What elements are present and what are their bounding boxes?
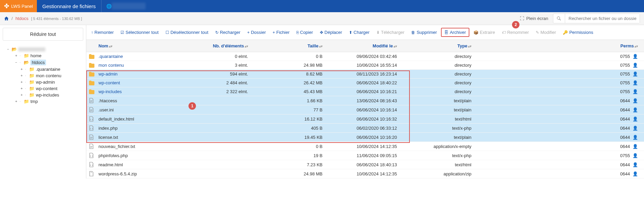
table-row[interactable]: default_index.html16.12 KB06/06/2024 10:… (86, 114, 644, 124)
cell-perms: 0644 👤 (471, 135, 641, 140)
file-name: license.txt (98, 135, 118, 140)
table-row[interactable]: readme.html7.23 KB06/06/2024 18:40:13tex… (86, 160, 644, 169)
user-icon: 👤 (632, 162, 638, 167)
archive-button[interactable]: 🗄Archiver (441, 28, 469, 37)
search-icon[interactable] (553, 14, 565, 23)
rename-button[interactable]: 🏷Renommer (499, 28, 532, 37)
sort-icon: ▴▾ (319, 44, 323, 48)
upload-button[interactable]: ⬆Charger (346, 28, 372, 37)
tree-node-home[interactable]: + · 📁 home (6, 52, 83, 59)
up-button[interactable]: ↑Remonter (88, 28, 116, 37)
key-icon: 🔑 (563, 30, 568, 35)
column-type[interactable]: Type▴▾ (397, 43, 471, 48)
language-switcher[interactable]: 🌐 (101, 0, 150, 12)
file-icon (89, 153, 95, 158)
header-title: Gestionnaire de fichiers (37, 3, 101, 9)
table-row[interactable]: mon contenu3 elmt.24.98 MB10/06/2024 16:… (86, 61, 644, 70)
tree-node-wp-includes[interactable]: + · 📁 wp-includes (6, 92, 83, 98)
delete-button[interactable]: 🗑Supprimer (408, 28, 440, 37)
cell-type: directory (397, 89, 471, 94)
column-elements[interactable]: Nb. d'éléments▴▾ (177, 43, 248, 48)
expand-icon[interactable]: + (20, 93, 24, 97)
select-all-button[interactable]: ☑Sélectionner tout (118, 28, 161, 37)
table-row[interactable]: license.txt19.45 KB06/06/2024 10:16:20te… (86, 133, 644, 142)
extract-button[interactable]: 📦Extraire (471, 28, 498, 37)
new-folder-button[interactable]: +Dossier (244, 28, 268, 37)
move-button[interactable]: ✥Déplacer (317, 28, 345, 37)
column-perms[interactable]: Perms▴▾ (471, 43, 641, 48)
collapse-all-button[interactable]: Réduire tout (3, 28, 83, 41)
reload-button[interactable]: ↻Recharger (213, 28, 243, 37)
trash-icon: 🗑 (411, 30, 415, 35)
sort-icon: ▴▾ (109, 44, 112, 48)
user-icon: 👤 (632, 171, 638, 176)
tree-root[interactable]: − 📂 (6, 46, 83, 52)
arrow-up-icon: ↑ (91, 30, 93, 35)
cell-modified: 13/06/2024 08:16:43 (323, 98, 397, 103)
cell-perms: 0755 👤 (471, 71, 641, 77)
home-icon[interactable] (4, 16, 9, 21)
column-name[interactable]: Nom▴▾ (89, 43, 177, 48)
file-name: mon contenu (98, 63, 124, 68)
column-size[interactable]: Taille▴▾ (248, 43, 323, 48)
expand-icon[interactable]: + (20, 74, 24, 78)
tree-node-htdocs[interactable]: − · 📂 htdocs (6, 59, 83, 66)
expand-icon[interactable]: + (14, 100, 18, 103)
table-row[interactable]: wp-admin594 elmt.8.62 MB08/11/2023 16:23… (86, 70, 644, 79)
cell-elements: 0 elmt. (177, 54, 248, 59)
cell-size: 45.43 MB (248, 89, 323, 94)
cell-type: text/plain (397, 107, 471, 112)
table-row[interactable]: .quarantaine0 elmt.0 B09/06/2024 03:42:4… (86, 52, 644, 61)
file-icon (89, 116, 95, 122)
cell-size: 8.62 MB (248, 71, 323, 77)
file-icon (89, 162, 95, 167)
sidebar: Réduire tout − 📂 + · 📁 home − · 📂 htdocs… (0, 25, 86, 178)
cell-modified: 10/06/2024 14:12:35 (323, 171, 397, 176)
user-icon: 👤 (632, 89, 638, 94)
download-button[interactable]: ⬇Télécharger (374, 28, 407, 37)
table-row[interactable]: phpinfolws.php19 B11/06/2024 09:05:15tex… (86, 151, 644, 160)
tree-node-wp-content[interactable]: + · 📁 wp-content (6, 85, 83, 92)
table-row[interactable]: .htaccess1.66 KB13/06/2024 08:16:43text/… (86, 96, 644, 105)
expand-icon[interactable]: + (14, 54, 18, 58)
table-row[interactable]: .user.ini77 B06/06/2024 10:16:14text/pla… (86, 105, 644, 114)
edit-button[interactable]: ✎Modifier (533, 28, 559, 37)
table-row[interactable]: wp-content2 484 elmt.26.42 MB06/06/2024 … (86, 79, 644, 87)
cell-modified: 06/02/2020 06:33:12 (323, 126, 397, 131)
copy-button[interactable]: ⎘Copier (294, 28, 316, 37)
deselect-all-button[interactable]: ☐Désélectionner tout (163, 28, 211, 37)
cell-type: text/plain (397, 98, 471, 103)
permissions-button[interactable]: 🔑Permissions (560, 28, 596, 37)
table-row[interactable]: nouveau_fichier.txt0 B10/06/2024 14:12:3… (86, 142, 644, 151)
collapse-icon[interactable]: − (6, 47, 10, 51)
tree-node-wp-admin[interactable]: + · 📁 wp-admin (6, 79, 83, 85)
cell-type: application/zip (397, 171, 471, 176)
expand-icon[interactable]: + (20, 67, 24, 71)
tree-node-tmp[interactable]: + · 📁 tmp (6, 98, 83, 105)
logo[interactable]: ✤ LWS Panel (0, 0, 37, 12)
collapse-icon[interactable]: − (14, 61, 18, 64)
table-row[interactable]: index.php405 B06/02/2020 06:33:12text/x-… (86, 124, 644, 133)
archive-icon: 🗄 (444, 30, 448, 35)
user-icon: 👤 (632, 116, 638, 122)
globe-icon: 🌐 (106, 4, 112, 9)
breadcrumb-current[interactable]: htdocs (16, 16, 28, 21)
search-input[interactable] (565, 14, 640, 23)
file-name: phpinfolws.php (98, 153, 128, 158)
cell-perms: 0755 👤 (471, 80, 641, 85)
new-file-button[interactable]: +Fichier (270, 28, 292, 37)
folder-icon (89, 63, 95, 68)
expand-icon[interactable]: + (20, 80, 24, 84)
folder-icon: 📁 (29, 92, 35, 98)
tree-node-quarantaine[interactable]: + · 📁 .quarantaine (6, 66, 83, 72)
column-modified[interactable]: Modifié le▴▾ (323, 43, 397, 48)
expand-icon[interactable]: + (20, 87, 24, 90)
table-row[interactable]: wordpress-6.5.4.zip24.98 MB10/06/2024 14… (86, 169, 644, 178)
user-icon: 👤 (632, 54, 638, 59)
table-row[interactable]: wp-includes2 322 elmt.45.43 MB06/06/2024… (86, 87, 644, 96)
move-icon: ✥ (320, 30, 323, 35)
fullscreen-button[interactable]: ⛶ Plein écran (520, 16, 548, 21)
cell-size: 0 B (248, 54, 323, 59)
tree-node-mon-contenu[interactable]: + · 📁 mon contenu (6, 72, 83, 79)
folder-tree: − 📂 + · 📁 home − · 📂 htdocs + · 📁 .quara… (0, 43, 86, 107)
